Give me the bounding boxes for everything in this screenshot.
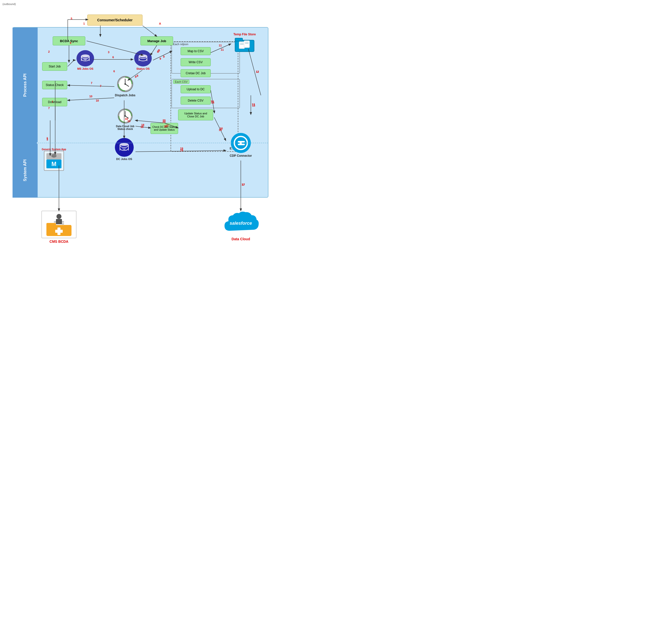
- process-api-label: Process API: [13, 28, 38, 143]
- status-os-icon: [134, 50, 152, 67]
- each-csv-label: Each CSV: [173, 80, 189, 84]
- num-2b-label: 2: [47, 138, 48, 141]
- start-job-box: Start Job: [42, 62, 67, 71]
- bcda-sync-label: BCDA Sync: [60, 39, 78, 43]
- dispatch-jobs-icon: [116, 75, 134, 93]
- svg-text:salesforce: salesforce: [230, 221, 252, 226]
- start-job-label: Start Job: [49, 65, 61, 68]
- svg-point-12: [120, 143, 128, 146]
- num-4: 4: [70, 41, 71, 44]
- system-api-label: System API: [13, 143, 38, 198]
- dc-jobs-os-icon: [115, 138, 134, 157]
- map-to-csv-label: Map to CSV: [188, 49, 204, 53]
- num-9-label: 9: [160, 57, 161, 60]
- num-8-label: 8: [135, 75, 137, 78]
- write-csv-box: Write CSV: [181, 58, 211, 66]
- dc-jobs-os-label: DC Jobs OS: [116, 158, 132, 161]
- delete-csv-label: Delete CSV: [188, 99, 204, 102]
- num-11-label: 11: [219, 44, 222, 47]
- update-status-label: Update Status and Close DC Job: [184, 112, 207, 118]
- manage-job-label: Manage Job: [147, 39, 166, 43]
- temp-file-store-label: Temp File Store: [233, 32, 256, 36]
- cdp-connector: CDP Connector: [226, 133, 256, 158]
- data-cloud: salesforce Data Cloud: [221, 211, 261, 241]
- svg-point-30: [56, 214, 62, 219]
- upload-to-dc-label: Upload to DC: [187, 88, 205, 91]
- temp-file-store-icon: [235, 36, 255, 52]
- svg-rect-25: [51, 155, 56, 157]
- num-13-label: 13: [252, 104, 255, 107]
- manage-job-box: Manage Job: [141, 37, 173, 45]
- svg-point-1: [139, 54, 147, 57]
- create-dc-job-label: Cretae DC Job: [186, 71, 206, 75]
- num-12-label: 12: [256, 70, 259, 73]
- delete-csv-box: Delete CSV: [181, 97, 211, 104]
- num-7a-label: 7: [100, 85, 101, 88]
- data-cloud-label: Data Cloud: [232, 237, 250, 241]
- consumer-scheduler-label: Consumer/Scheduler: [97, 18, 133, 22]
- status-os: Status OS: [133, 50, 153, 70]
- status-os-label: Status OS: [137, 67, 150, 70]
- num-10a-label: 10: [96, 99, 99, 102]
- num-A: A: [159, 22, 161, 25]
- num-5: 5: [71, 17, 72, 20]
- download-label: Download: [48, 100, 61, 104]
- consumer-scheduler-box: Consumer/Scheduler: [87, 15, 142, 26]
- ms-jobs-os-icon: [76, 50, 94, 67]
- num-14-label: 14: [211, 101, 214, 104]
- num-17-label: 17: [242, 183, 245, 186]
- bcda-sync-box: BCDA Sync: [53, 37, 85, 45]
- ndjson-bracket: [172, 42, 240, 73]
- num-19-label: 19: [180, 149, 183, 152]
- svg-text:M: M: [51, 161, 56, 167]
- cms-bcda: CMS BCDA: [40, 211, 78, 243]
- data-cloud-job-status-label: Data Cloud Job Status check: [116, 125, 134, 130]
- generic-system-app-label: Generic System App: [42, 148, 66, 151]
- download-box: Download: [42, 98, 67, 106]
- num-2a: 2: [48, 50, 50, 53]
- ms-jobs-os-label: MS Jobs OS: [77, 67, 93, 70]
- create-dc-job-box: Cretae DC Job: [181, 69, 211, 77]
- num-7b-label: 7: [48, 106, 50, 110]
- num-18-label: 18: [141, 125, 143, 128]
- num-10b-label: 10: [127, 120, 130, 123]
- data-cloud-job-status: Data Cloud Job Status check: [114, 108, 137, 130]
- svg-point-29: [240, 142, 242, 144]
- num-16-label: 16: [219, 128, 222, 131]
- svg-rect-31: [56, 219, 62, 224]
- write-csv-label: Write CSV: [189, 61, 203, 64]
- dispatch-jobs: Dispatch Jobs: [114, 75, 137, 98]
- num-B-inside: B: [157, 50, 159, 53]
- map-to-csv-box: Map to CSV: [181, 47, 211, 55]
- svg-rect-35: [46, 223, 56, 226]
- temp-file-store: Temp File Store: [231, 32, 258, 52]
- num-1: 1: [83, 22, 85, 25]
- update-status-box: Update Status and Close DC Job: [178, 110, 213, 120]
- num-15-label: 15: [164, 125, 167, 128]
- upload-to-dc-box: Upload to DC: [181, 85, 211, 93]
- check-dc-status-box: Check DC Job Status and Update Status: [150, 123, 178, 134]
- status-check-label: Status Check: [46, 83, 64, 87]
- num-20-label: 20: [163, 120, 166, 123]
- cdp-connector-label: CDP Connector: [230, 154, 252, 158]
- svg-rect-16: [244, 41, 249, 48]
- generic-system-app: Generic System App M: [38, 148, 70, 171]
- num-3: 3: [108, 51, 110, 54]
- each-ndjson-label: Each ndjson: [173, 43, 188, 46]
- svg-rect-15: [239, 42, 245, 49]
- cms-bcda-label: CMS BCDA: [49, 240, 68, 243]
- ms-jobs-os: MS Jobs OS: [75, 50, 95, 70]
- dispatch-jobs-label: Dispatch Jobs: [115, 94, 136, 97]
- mule-icon: M: [44, 151, 64, 171]
- svg-point-0: [81, 54, 89, 57]
- data-cloud-status-icon: [116, 108, 134, 124]
- status-check-box: Status Check: [42, 81, 67, 89]
- cdp-connector-icon: [231, 133, 251, 153]
- num-6-label: 6: [113, 70, 115, 73]
- outbound-label: (outbound): [2, 2, 16, 5]
- svg-rect-14: [235, 38, 243, 41]
- dc-jobs-os: DC Jobs OS: [113, 138, 136, 161]
- svg-rect-37: [55, 230, 63, 233]
